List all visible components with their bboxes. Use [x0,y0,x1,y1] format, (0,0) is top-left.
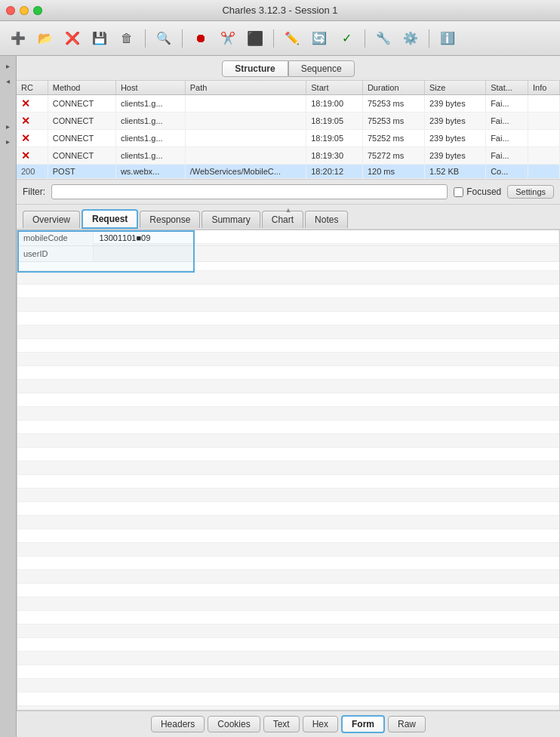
separator-5 [429,29,429,48]
col-host[interactable]: Host [115,81,185,95]
filter-bar: Filter: Focused Settings [17,180,560,205]
left-sidebar: ▸ ◂ ▸ ▸ [0,56,17,737]
tab-notes[interactable]: Notes [305,211,348,228]
striped-row [17,624,559,638]
footer-tab-cookies[interactable]: Cookies [208,716,260,732]
request-data-row: mobileCode13001101■09 [17,230,559,246]
footer-tab-text[interactable]: Text [263,716,300,732]
striped-row [17,611,559,624]
col-size[interactable]: Size [424,81,485,95]
maximize-button[interactable] [33,6,42,15]
requests-table: RC Method Host Path Start Duration Size … [17,81,560,179]
tab-summary[interactable]: Summary [202,211,260,228]
col-duration[interactable]: Duration [362,81,424,95]
add-button[interactable]: ➕ [6,26,30,51]
settings-button[interactable]: ⚙️ [398,26,423,51]
help-button[interactable]: ℹ️ [435,26,460,51]
striped-row [17,652,559,665]
table-row[interactable]: ✕CONNECTclients1.g...18:19:0075253 ms239… [17,95,560,113]
trash-button[interactable]: 🗑 [115,26,139,51]
tab-structure[interactable]: Structure [222,60,288,77]
striped-row [17,421,559,434]
tab-request[interactable]: Request [82,209,138,229]
striped-row [17,516,559,529]
sidebar-icon-3[interactable]: ▸ [2,119,15,133]
open-button[interactable]: 📂 [33,26,57,51]
striped-row [17,339,559,353]
focused-checkbox[interactable] [454,187,463,197]
minimize-button[interactable] [20,6,29,15]
col-start[interactable]: Start [306,81,363,95]
intercept-button[interactable]: ✂️ [216,26,240,51]
focused-checkbox-label[interactable]: Focused [454,187,501,197]
footer-tab-raw[interactable]: Raw [388,716,426,732]
tab-arrow-indicator: ▲ [285,206,292,214]
striped-row [17,325,559,339]
striped-row [17,393,559,407]
col-path[interactable]: Path [185,81,306,95]
sidebar-icon-4[interactable]: ▸ [2,134,15,148]
footer-tab-headers[interactable]: Headers [151,716,205,732]
col-method[interactable]: Method [48,81,115,95]
footer-tabs: Headers Cookies Text Hex Form Raw [17,711,560,737]
content-panel: mobileCode13001101■09userID [17,230,560,711]
sidebar-icon-2[interactable]: ◂ [2,74,15,88]
stop-button[interactable]: ⬛ [243,26,267,51]
tab-overview[interactable]: Overview [23,211,80,228]
striped-row [17,489,559,502]
main-content: ▸ ◂ ▸ ▸ Structure Sequence RC Method Hos… [0,56,560,737]
striped-row [17,570,559,584]
bottom-section: ▲ Overview Request Response Summary Char… [17,205,560,737]
close-button[interactable] [6,6,15,15]
validate-button[interactable]: ✓ [334,26,358,51]
striped-row [17,475,559,489]
striped-row [17,502,559,516]
striped-row [17,407,559,421]
window-title: Charles 3.12.3 - Session 1 [222,5,337,16]
traffic-lights [6,6,42,15]
striped-row [17,461,559,475]
repeat-button[interactable]: 🔄 [307,26,331,51]
striped-row [17,692,559,706]
striped-row [17,298,559,312]
tab-response[interactable]: Response [140,211,200,228]
col-rc[interactable]: RC [17,81,48,95]
footer-tab-hex[interactable]: Hex [303,716,338,732]
striped-row [17,665,559,679]
striped-row [17,271,559,285]
save-button[interactable]: 💾 [88,26,112,51]
col-status[interactable]: Stat... [486,81,528,95]
separator-3 [273,29,274,48]
edit-button[interactable]: ✏️ [280,26,304,51]
sidebar-icon-1[interactable]: ▸ [2,59,15,72]
requests-table-container: RC Method Host Path Start Duration Size … [17,81,560,180]
settings-button-filter[interactable]: Settings [507,185,554,199]
footer-tab-form[interactable]: Form [341,715,385,733]
striped-row [17,434,559,448]
striped-row [17,285,559,298]
request-data-table: mobileCode13001101■09userID [17,230,559,262]
table-row[interactable]: 200POSTws.webx.../WebServices/MobileC...… [17,165,560,179]
striped-row [17,353,559,366]
striped-row [17,679,559,692]
record-button[interactable]: ⏺ [189,26,213,51]
striped-row [17,543,559,557]
striped-row [17,529,559,543]
striped-row [17,584,559,597]
tab-chart[interactable]: Chart [262,211,303,228]
striped-row [17,312,559,325]
col-info[interactable]: Info [528,81,559,95]
separator-2 [182,29,183,48]
delete-button[interactable]: ❌ [60,26,85,51]
filter-input[interactable] [51,184,448,199]
filter-label: Filter: [23,187,45,197]
table-row[interactable]: ✕CONNECTclients1.g...18:19:3075272 ms239… [17,147,560,165]
find-button[interactable]: 🔍 [152,26,176,51]
table-row[interactable]: ✕CONNECTclients1.g...18:19:0575253 ms239… [17,113,560,130]
center-panel: Structure Sequence RC Method Host Path S… [17,56,560,737]
nav-tabs: ▲ Overview Request Response Summary Char… [17,205,560,230]
table-row[interactable]: ✕CONNECTclients1.g...18:19:0575252 ms239… [17,130,560,147]
tools-button[interactable]: 🔧 [371,26,395,51]
tab-sequence[interactable]: Sequence [288,60,355,77]
striped-row [17,366,559,380]
